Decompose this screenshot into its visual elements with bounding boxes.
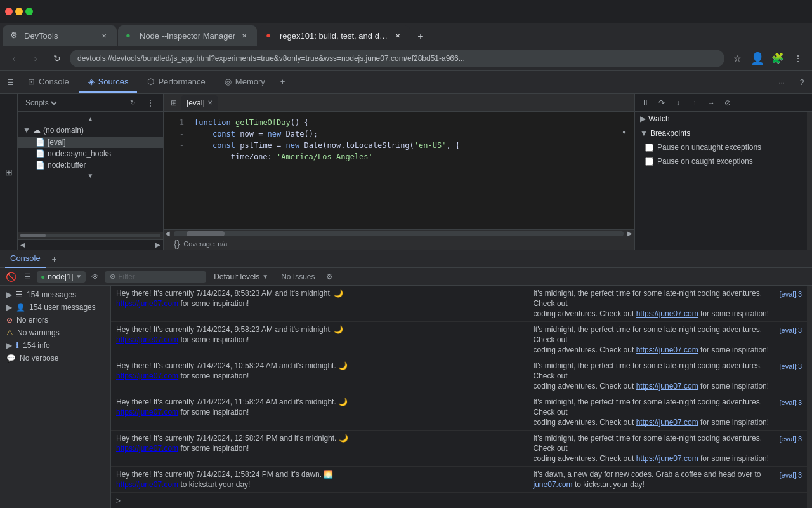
msg-source-5[interactable]: [eval]:3	[780, 470, 802, 480]
tab-sources[interactable]: ◈ Sources	[79, 72, 138, 93]
step-into-btn[interactable]: ↓	[671, 95, 686, 110]
browser-tab-devtools[interactable]: ⚙ DevTools ✕	[3, 25, 117, 46]
watch-arrow: ▶	[640, 114, 646, 123]
breakpoint-add[interactable]: ●	[622, 128, 632, 140]
tree-item-async-hooks[interactable]: 📄 node:async_hooks	[18, 148, 163, 159]
regex-tab-close[interactable]: ✕	[393, 30, 403, 41]
msg-source-4[interactable]: [eval]:3	[780, 434, 802, 444]
tree-scroll-left[interactable]: ◀	[20, 241, 25, 248]
sidebar-item-all-messages[interactable]: ▶ ☰ 154 messages	[0, 288, 110, 301]
msg-right-link-5[interactable]: june07.com	[534, 480, 573, 489]
console-tab[interactable]: Console	[5, 250, 46, 268]
debug-panel-scrollbar[interactable]	[807, 112, 812, 250]
more-options-button[interactable]: ⋮	[143, 95, 158, 110]
sidebar-item-user-messages[interactable]: ▶ 👤 154 user messages	[0, 301, 110, 314]
sync-button[interactable]: ↻	[125, 95, 140, 110]
tree-scroll-down[interactable]: ▼	[88, 172, 94, 179]
sidebar-toggle[interactable]: ⊞	[0, 94, 18, 250]
msg-source-0[interactable]: [eval]:3	[780, 289, 802, 299]
console-input-field[interactable]	[123, 497, 802, 505]
msg-source-2[interactable]: [eval]:3	[780, 361, 802, 371]
msg-link-2[interactable]: https://june07.com	[116, 371, 178, 380]
settings-button[interactable]: ⋮	[789, 50, 807, 67]
console-scrollbar[interactable]	[807, 286, 812, 508]
console-settings-button[interactable]: ⚙	[323, 270, 337, 284]
minimize-button[interactable]	[15, 8, 23, 15]
h-scroll-left[interactable]: ◀	[164, 230, 171, 237]
tab-console[interactable]: ⊡ Console	[19, 72, 78, 93]
msg-r-link-0[interactable]: https://june07.com for some inspiration!	[636, 309, 769, 318]
maximize-button[interactable]	[25, 8, 33, 15]
editor-toggle-btn[interactable]: ⊞	[166, 95, 181, 110]
msg-source-3[interactable]: [eval]:3	[780, 398, 802, 408]
sidebar-item-verbose[interactable]: 💬 No verbose	[0, 352, 110, 364]
msg-r-link-3[interactable]: https://june07.com for some inspiration!	[636, 418, 769, 427]
devtools-toggle-sidebar[interactable]: ☰	[3, 75, 18, 90]
tabs-bar: ⚙ DevTools ✕ ● Node --inspector Manager …	[0, 23, 812, 46]
sidebar-item-info[interactable]: ▶ ℹ 154 info	[0, 339, 110, 352]
step-out-btn[interactable]: ↑	[687, 95, 702, 110]
clear-console-button[interactable]: 🚫	[4, 270, 18, 284]
devtools: ☰ ⊡ Console ◈ Sources ⬡ Performance ◎ Me…	[0, 71, 812, 508]
tree-scroll-right[interactable]: ▶	[155, 241, 160, 248]
pause-caught-checkbox[interactable]	[645, 157, 653, 166]
browser-tab-node[interactable]: ● Node --inspector Manager ✕	[118, 25, 257, 46]
msg-link-5[interactable]: https://june07.com	[116, 480, 178, 489]
add-tab-button[interactable]: +	[275, 72, 291, 93]
scripts-dropdown[interactable]: Scripts	[23, 98, 59, 108]
editor-file-tab-eval[interactable]: [eval] ✕	[181, 95, 218, 110]
msg-link-4[interactable]: https://june07.com	[116, 444, 178, 453]
msg-r-link-2[interactable]: https://june07.com for some inspiration!	[636, 382, 769, 391]
msg-link-1[interactable]: https://june07.com	[116, 335, 178, 344]
tree-item-eval[interactable]: 📄 [eval]	[18, 137, 163, 148]
pause-uncaught-checkbox[interactable]	[645, 144, 653, 152]
tree-item-buffer[interactable]: 📄 node:buffer	[18, 159, 163, 171]
code-area[interactable]: function getTimeOfDay() { const now = ne…	[189, 112, 621, 229]
h-scroll-right[interactable]: ▶	[626, 230, 634, 237]
refresh-button[interactable]: ↻	[48, 50, 66, 67]
msg-r-link-1[interactable]: https://june07.com for some inspiration!	[636, 345, 769, 354]
eval-tab-close[interactable]: ✕	[207, 99, 213, 106]
forward-button[interactable]: ›	[27, 50, 44, 67]
profile-button[interactable]: 👤	[749, 50, 766, 67]
level-selector[interactable]: Default levels ▼	[209, 271, 273, 283]
step-over-btn[interactable]: ↷	[654, 95, 669, 110]
devtools-tab-close[interactable]: ✕	[99, 30, 109, 41]
more-tools-button[interactable]: ···	[774, 75, 789, 90]
tree-scroll-up[interactable]: ▲	[88, 116, 94, 123]
pause-caught-option[interactable]: Pause on caught exceptions	[635, 154, 807, 168]
sidebar-item-errors[interactable]: ⊘ No errors	[0, 314, 110, 326]
tree-domain-no-domain[interactable]: ▼ ☁ (no domain)	[18, 124, 163, 137]
watch-header[interactable]: ▶ Watch	[635, 112, 807, 126]
sidebar-item-warnings[interactable]: ⚠ No warnings	[0, 326, 110, 339]
msg-link-3[interactable]: https://june07.com	[116, 408, 178, 417]
close-button[interactable]	[5, 8, 13, 15]
tree-h-scroll[interactable]	[18, 232, 163, 239]
editor-h-scroll[interactable]: ◀ ▶	[164, 229, 634, 237]
tab-memory[interactable]: ◎ Memory	[216, 72, 274, 93]
filter-input[interactable]: ⊘ Filter	[105, 271, 206, 283]
msg-r-link-4[interactable]: https://june07.com for some inspiration!	[636, 454, 769, 463]
address-bar[interactable]: devtools://devtools/bundled/js_app.html?…	[70, 50, 724, 67]
msg-right-4: It's midnight, the perfect time for some…	[534, 433, 775, 464]
add-console-tab[interactable]: +	[48, 253, 61, 265]
extension-button[interactable]: 🧩	[769, 50, 787, 67]
step-btn[interactable]: →	[704, 95, 719, 110]
back-button[interactable]: ‹	[5, 50, 23, 67]
filter-label: Filter	[118, 272, 135, 281]
tab-performance[interactable]: ⬡ Performance	[138, 72, 214, 93]
new-tab-button[interactable]: +	[412, 28, 429, 46]
breakpoints-header[interactable]: ▼ Breakpoints	[635, 126, 807, 140]
msg-source-1[interactable]: [eval]:3	[780, 325, 802, 335]
node-selector[interactable]: ● node[1] ▼	[37, 271, 86, 283]
pause-uncaught-option[interactable]: Pause on uncaught exceptions	[635, 140, 807, 154]
msg-link-0[interactable]: https://june07.com	[116, 299, 178, 308]
node-tab-close[interactable]: ✕	[239, 30, 249, 41]
deactivate-btn[interactable]: ⊘	[720, 95, 735, 110]
toggle-sidebar-button[interactable]: ☰	[20, 270, 34, 284]
eye-button[interactable]: 👁	[88, 270, 102, 284]
browser-tab-regex[interactable]: ● regex101: build, test, and debug... ✕	[258, 25, 410, 46]
help-button[interactable]: ?	[794, 75, 809, 90]
pause-resume-btn[interactable]: ⏸	[638, 95, 653, 110]
bookmark-button[interactable]: ☆	[728, 50, 746, 67]
